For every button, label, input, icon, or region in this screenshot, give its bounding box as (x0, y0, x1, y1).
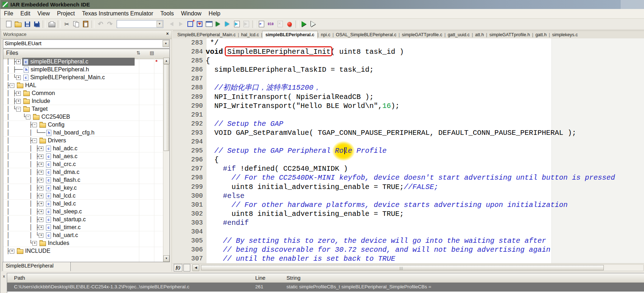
menu-item-texas-instruments-emulator[interactable]: Texas Instruments Emulator (79, 9, 157, 18)
expand-icon[interactable]: + (16, 75, 21, 80)
horizontal-scrollbar[interactable]: ||| (200, 264, 644, 271)
menu-item-file[interactable]: File (0, 9, 17, 18)
column-options-icon[interactable]: ▤ (150, 50, 154, 56)
debug-log-button[interactable]: 010 (266, 20, 275, 29)
tab-simplegattprofile-h[interactable]: simpleGATTprofile.h (487, 31, 532, 38)
copy-button[interactable] (71, 20, 81, 29)
new-document-button[interactable] (4, 20, 13, 29)
tree-item-include[interactable]: │ ├+Include (3, 97, 163, 105)
open-file-button[interactable] (13, 20, 23, 29)
tree-item-hal-led-c[interactable]: │ │ ├+chal_led.c (3, 200, 163, 208)
tree-item-simplebleperipheral-c[interactable]: │ ├+csimpleBLEPeripheral.c* (3, 58, 163, 66)
tree-item-hal-lcd-c[interactable]: │ │ ├+chal_lcd.c (3, 192, 163, 200)
tree-item-include[interactable]: ├+INCLUDE (3, 247, 163, 255)
tab-osal-simplebleperipheral-c[interactable]: OSAL_SimpleBLEPeripheral.c (334, 31, 399, 38)
results-column-path[interactable]: Path (14, 275, 25, 281)
scroll-down-button[interactable]: ▼ (163, 255, 169, 262)
scrollbar-thumb[interactable] (164, 64, 169, 151)
find-previous-button[interactable] (167, 20, 176, 29)
tree-item-common[interactable]: │ ├+Common (3, 89, 163, 97)
tab-hal-lcd-c[interactable]: hal_lcd.c (239, 31, 261, 38)
toggle-bookmark-button[interactable] (186, 20, 195, 29)
tab-simplegattprofile-c[interactable]: simpleGATTprofile.c (400, 31, 444, 38)
expand-icon[interactable]: + (39, 186, 43, 190)
expand-icon[interactable]: + (10, 249, 14, 254)
expand-icon[interactable]: + (16, 60, 21, 64)
expand-icon[interactable]: + (39, 233, 43, 238)
tab-att-h[interactable]: att.h (473, 31, 486, 38)
tree-item-hal[interactable]: ├−HAL (3, 81, 163, 89)
project-configuration-dropdown[interactable]: SimpleBLEUart (3, 39, 170, 48)
collapse-icon[interactable]: − (10, 83, 14, 88)
menu-item-edit[interactable]: Edit (17, 9, 34, 18)
print-button[interactable] (47, 20, 56, 29)
code-editor[interactable]: 283 */284void SimpleBLEPeripheral_Init( … (173, 38, 644, 264)
expand-icon[interactable]: + (39, 202, 43, 206)
tree-vertical-scrollbar[interactable]: ▲ ▼ (163, 58, 169, 262)
remove-all-breakpoints-button[interactable] (275, 20, 285, 29)
tab-gatt-h[interactable]: gatt.h (533, 31, 549, 38)
find-next-button[interactable] (176, 20, 186, 29)
collapse-icon[interactable]: − (32, 138, 37, 143)
save-button[interactable] (23, 20, 32, 29)
expand-icon[interactable]: + (16, 91, 21, 96)
goto-bookmark-button[interactable] (195, 20, 204, 29)
results-column-line[interactable]: Line (255, 275, 265, 281)
results-close-button[interactable]: x (1, 274, 7, 279)
save-all-button[interactable] (32, 20, 41, 29)
download-and-debug-button[interactable] (300, 20, 309, 29)
tab-npi-c[interactable]: npi.c (319, 31, 332, 38)
expand-icon[interactable]: + (32, 241, 37, 246)
expand-icon[interactable]: + (39, 170, 43, 175)
results-row[interactable]: C:\Users\dickbbt\Desktop\BLE\BLE-CC254x-… (7, 283, 644, 292)
menu-item-view[interactable]: View (34, 9, 53, 18)
tree-item-includes[interactable]: │ └+Includes (3, 239, 163, 247)
tree-item-hal-dma-c[interactable]: │ │ ├+chal_dma.c (3, 168, 163, 176)
undo-button[interactable]: ↶ (96, 20, 105, 29)
tab-simplebleperipheral-main-c[interactable]: SimpleBLEPeripheral_Main.c (175, 31, 238, 38)
tree-item-drivers[interactable]: │ ├−Drivers (3, 137, 163, 145)
debug-without-downloading-button[interactable] (309, 20, 318, 29)
expand-icon[interactable]: + (39, 194, 43, 198)
expand-icon[interactable]: + (39, 146, 43, 151)
sort-icon[interactable]: ⇅ (136, 50, 140, 56)
stop-build-button[interactable] (242, 20, 251, 29)
expand-icon[interactable]: + (39, 154, 43, 159)
expand-icon[interactable]: + (39, 225, 43, 230)
tree-item-hal-aes-c[interactable]: │ │ ├+chal_aes.c (3, 152, 163, 160)
toggle-breakpoint-button[interactable] (285, 20, 294, 29)
results-column-string[interactable]: String (286, 275, 300, 281)
expand-icon[interactable]: + (39, 209, 43, 214)
tree-item-hal-key-c[interactable]: │ │ ├+chal_key.c (3, 184, 163, 192)
menu-item-project[interactable]: Project (53, 9, 79, 18)
menu-item-tools[interactable]: Tools (157, 9, 177, 18)
build-all-button[interactable] (232, 20, 242, 29)
collapse-icon[interactable]: − (26, 115, 31, 119)
make-button[interactable] (223, 20, 232, 29)
results-header[interactable]: PathLineString (7, 273, 644, 283)
tree-item-hal-board-cfg-h[interactable]: │ │ └──hhal_board_cfg.h (3, 129, 163, 137)
tree-item-hal-sleep-c[interactable]: │ │ ├+chal_sleep.c (3, 208, 163, 216)
tree-item-target[interactable]: │ └−Target (3, 105, 163, 113)
function-list-button[interactable]: f() (174, 264, 182, 271)
compile-button[interactable] (214, 20, 223, 29)
redo-button[interactable]: ↷ (105, 20, 115, 29)
tree-item-hal-startup-c[interactable]: │ │ ├+chal_startup.c (3, 216, 163, 223)
options-dialog-button[interactable] (204, 20, 214, 29)
bookmark-margin-button[interactable] (183, 264, 190, 271)
paste-button[interactable] (81, 20, 90, 29)
tree-item-hal-timer-c[interactable]: │ │ ├+chal_timer.c (3, 223, 163, 231)
collapse-icon[interactable]: − (32, 123, 37, 127)
collapse-icon[interactable]: − (16, 107, 21, 112)
expand-icon[interactable]: + (39, 217, 43, 222)
expand-icon[interactable]: + (39, 162, 43, 167)
scroll-up-button[interactable]: ▲ (163, 58, 169, 64)
tree-item-hal-crc-c[interactable]: │ │ ├+chal_crc.c (3, 160, 163, 168)
tree-item-simplebleperipheral-main-c[interactable]: │ └+cSimpleBLEPeripheral_Main.c (3, 74, 163, 81)
menu-item-help[interactable]: Help (205, 9, 224, 18)
tab-gatt-uuid-c[interactable]: gatt_uuid.c (445, 31, 472, 38)
expand-icon[interactable]: + (39, 178, 43, 183)
workspace-project-tab[interactable]: SimpleBLEPeripheral (3, 262, 71, 271)
tree-item-hal-uart-c[interactable]: │ │ └+chal_uart.c (3, 231, 163, 239)
find-combo-input[interactable] (117, 20, 163, 28)
